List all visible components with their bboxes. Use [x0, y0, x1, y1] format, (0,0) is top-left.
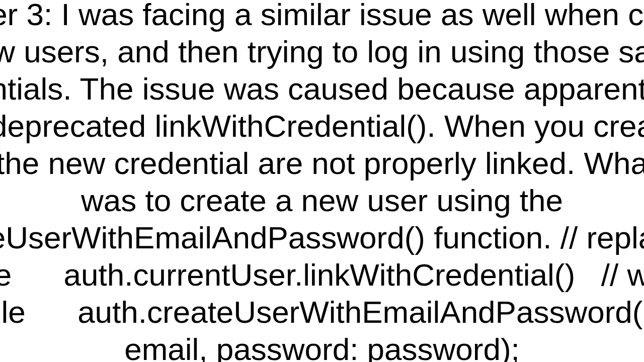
answer-line-7: eUserWithEmailAndPassword() function. //… — [0, 222, 644, 253]
answer-line-6: was to create a new user using the — [0, 185, 644, 216]
answer-line-1: er 3: I was facing a similar issue as we… — [0, 0, 644, 30]
answer-line-4: deprecated linkWithCredential(). When yo… — [0, 111, 644, 142]
answer-line-10: email, password: password); — [0, 334, 644, 362]
answer-line-9: le auth.createUserWithEmailAndPassword( — [0, 297, 644, 328]
answer-line-3: ntials. The issue was caused because app… — [0, 73, 644, 105]
answer-line-8: e auth.currentUser.linkWithCredential() … — [0, 259, 644, 291]
answer-line-2: w users, and then trying to log in using… — [0, 36, 644, 67]
document-viewport: er 3: I was facing a similar issue as we… — [0, 0, 644, 362]
answer-line-5: the new credential are not properly link… — [0, 148, 644, 179]
